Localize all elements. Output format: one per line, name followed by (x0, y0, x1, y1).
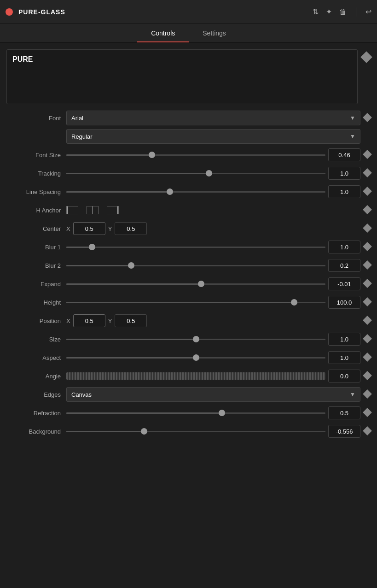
blur2-row: Blur 2 0.2 (6, 258, 371, 273)
tabs: Controls Settings (0, 24, 377, 43)
expand-row: Expand -0.01 (6, 276, 371, 291)
expand-label: Expand (6, 281, 66, 288)
font-size-slider[interactable] (66, 150, 325, 159)
size-row: Size 1.0 (6, 332, 371, 347)
height-control: 100.0 (66, 296, 360, 309)
size-slider[interactable] (66, 335, 325, 344)
position-row: Position X Y (6, 313, 371, 328)
blur2-input[interactable]: 0.2 (328, 259, 360, 272)
edges-diamond[interactable] (364, 391, 371, 399)
blur1-input[interactable]: 1.0 (328, 241, 360, 253)
tab-settings[interactable]: Settings (189, 24, 240, 42)
titlebar: PURE-GLASS ⇅ ✦ 🗑 ↩ (0, 0, 377, 24)
line-spacing-input[interactable]: 1.0 (328, 185, 360, 198)
blur2-label: Blur 2 (6, 262, 66, 269)
h-anchor-diamond[interactable] (364, 206, 371, 214)
font-control: Arial ▼ (66, 111, 360, 125)
delete-icon[interactable]: 🗑 (339, 8, 347, 16)
size-input[interactable]: 1.0 (328, 333, 360, 346)
blur1-slider[interactable] (66, 242, 325, 252)
x-label: X (66, 225, 70, 232)
blur1-diamond[interactable] (364, 243, 371, 251)
refraction-slider[interactable] (66, 408, 325, 417)
line-spacing-row: Line Spacing 1.0 (6, 184, 371, 199)
expand-control: -0.01 (66, 277, 360, 290)
font-size-row: Font Size 0.46 (6, 147, 371, 162)
refraction-diamond[interactable] (364, 409, 371, 417)
position-x-input[interactable] (73, 314, 105, 327)
tracking-label: Tracking (6, 170, 66, 177)
anchor-left-icon[interactable] (66, 206, 78, 214)
refraction-control: 0.5 (66, 406, 360, 419)
anchor-center-icon[interactable] (87, 206, 99, 214)
aspect-label: Aspect (6, 354, 66, 361)
divider (356, 7, 356, 17)
aspect-diamond[interactable] (364, 354, 371, 362)
position-diamond[interactable] (364, 317, 371, 325)
tracking-diamond[interactable] (364, 170, 371, 177)
tracking-input[interactable]: 1.0 (328, 167, 360, 180)
background-diamond[interactable] (364, 428, 371, 435)
close-button[interactable] (6, 8, 13, 16)
height-diamond[interactable] (364, 299, 371, 306)
titlebar-icons: ⇅ ✦ 🗑 ↩ (313, 7, 371, 17)
tracking-slider[interactable] (66, 169, 325, 178)
undo-icon[interactable]: ↩ (365, 7, 371, 16)
font-style-value: Regular (71, 133, 93, 140)
refraction-label: Refraction (6, 410, 66, 417)
height-row: Height 100.0 (6, 295, 371, 310)
center-diamond[interactable] (364, 225, 371, 233)
tracking-control: 1.0 (66, 167, 360, 180)
font-style-dropdown[interactable]: Regular ▼ (66, 129, 360, 144)
text-area-diamond[interactable] (362, 53, 371, 63)
size-diamond[interactable] (364, 335, 371, 343)
x-label: X (66, 318, 70, 324)
center-control: X Y (66, 222, 360, 235)
height-slider[interactable] (66, 298, 325, 307)
height-input[interactable]: 100.0 (328, 296, 360, 309)
h-anchor-label: H Anchor (6, 207, 66, 214)
font-diamond[interactable] (364, 114, 371, 122)
add-keyframe-icon[interactable]: ✦ (326, 7, 332, 16)
y-label: Y (108, 318, 112, 324)
text-input[interactable]: PURE (12, 55, 352, 97)
expand-diamond[interactable] (364, 280, 371, 288)
up-down-icon[interactable]: ⇅ (313, 7, 319, 16)
position-control: X Y (66, 314, 360, 327)
position-xy: X Y (66, 314, 360, 327)
expand-input[interactable]: -0.01 (328, 277, 360, 290)
angle-input[interactable]: 0.0 (328, 370, 360, 382)
tab-controls[interactable]: Controls (137, 24, 189, 42)
line-spacing-slider[interactable] (66, 187, 325, 196)
font-size-diamond[interactable] (364, 151, 371, 159)
anchor-right-icon[interactable] (107, 206, 119, 214)
font-size-input[interactable]: 0.46 (328, 148, 360, 161)
blur2-slider[interactable] (66, 261, 325, 270)
position-y-input[interactable] (115, 314, 147, 327)
aspect-row: Aspect 1.0 (6, 350, 371, 365)
size-control: 1.0 (66, 333, 360, 346)
center-y-input[interactable] (115, 222, 147, 235)
edges-control: Canvas ▼ (66, 387, 360, 402)
font-style-diamond[interactable] (364, 133, 371, 140)
background-input[interactable]: -0.556 (328, 425, 360, 438)
center-x-input[interactable] (73, 222, 105, 235)
h-anchor-row: H Anchor (6, 203, 371, 218)
refraction-input[interactable]: 0.5 (328, 406, 360, 419)
edges-dropdown[interactable]: Canvas ▼ (66, 387, 360, 402)
background-slider[interactable] (66, 427, 325, 436)
angle-slider[interactable] (66, 371, 325, 381)
aspect-slider[interactable] (66, 353, 325, 362)
aspect-input[interactable]: 1.0 (328, 351, 360, 364)
center-xy: X Y (66, 222, 360, 235)
font-dropdown[interactable]: Arial ▼ (66, 111, 360, 125)
expand-slider[interactable] (66, 279, 325, 288)
font-style-row: Regular ▼ (6, 129, 371, 144)
blur2-diamond[interactable] (364, 262, 371, 270)
angle-diamond[interactable] (364, 372, 371, 380)
angle-control: 0.0 (66, 370, 360, 382)
line-spacing-diamond[interactable] (364, 188, 371, 196)
background-label: Background (6, 428, 66, 435)
content-area: PURE Font Arial ▼ Regular ▼ (0, 43, 377, 449)
blur1-control: 1.0 (66, 241, 360, 253)
